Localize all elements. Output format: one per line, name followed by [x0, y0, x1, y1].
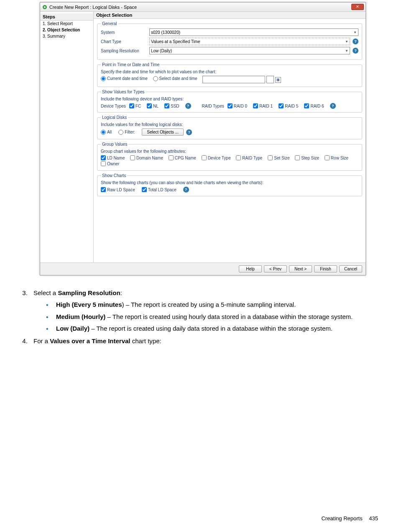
close-icon[interactable]: ✕ — [351, 4, 364, 10]
document-text: Select a Sampling Resolution: High (Ever… — [21, 289, 376, 350]
help-icon[interactable]: ? — [183, 187, 189, 193]
content-area: General System s020 (1300020) ▼ Chart Ty… — [94, 19, 366, 262]
system-value: s020 (1300020) — [151, 30, 180, 35]
prev-button[interactable]: < Prev — [264, 265, 287, 272]
total-ld-checkbox[interactable]: Total LD Space — [142, 187, 176, 192]
chart-type-value: Values at a Specified Time — [151, 39, 200, 44]
page-number: 435 — [369, 515, 378, 522]
general-legend: General — [101, 21, 118, 26]
calendar-icon[interactable]: ▦ — [275, 77, 281, 83]
owner-checkbox[interactable]: Owner — [101, 161, 119, 166]
help-icon[interactable]: ? — [353, 39, 358, 44]
doc-step-3: Select a Sampling Resolution: High (Ever… — [29, 289, 376, 333]
gv-desc: Group chart values for the following att… — [101, 149, 358, 154]
help-icon[interactable]: ? — [186, 129, 192, 135]
gv-legend: Group Values — [101, 142, 128, 146]
setsize-checkbox[interactable]: Set Size — [268, 155, 289, 160]
steps-header: Steps — [40, 13, 93, 21]
raid-types-label: RAID Types — [202, 104, 224, 108]
cpg-checkbox[interactable]: CPG Name — [169, 155, 196, 160]
sampling-resolution-dropdown[interactable]: Low (Daily) ▼ — [149, 47, 350, 54]
domain-checkbox[interactable]: Domain Name — [130, 155, 163, 160]
ssd-checkbox[interactable]: SSD — [164, 103, 179, 108]
svg-point-1 — [44, 6, 46, 8]
app-icon — [42, 4, 48, 10]
raid0-checkbox[interactable]: RAID 0 — [228, 103, 247, 108]
help-icon[interactable]: ? — [185, 103, 191, 109]
wizard-dialog: Create New Report : Logical Disks - Spac… — [40, 2, 366, 275]
raid5-checkbox[interactable]: RAID 5 — [279, 103, 298, 108]
steps-sidebar: Steps 1. Select Report 2. Object Selecti… — [40, 12, 94, 262]
system-label: System — [101, 30, 147, 35]
next-button[interactable]: Next > — [289, 265, 312, 272]
step-1: 1. Select Report — [40, 21, 93, 27]
help-icon[interactable]: ? — [353, 48, 358, 54]
sampling-resolution-label: Sampling Resolution — [101, 49, 147, 53]
finish-button[interactable]: Finish — [314, 265, 337, 272]
point-in-time-group: Point in Time or Date and Time Specify t… — [97, 62, 362, 87]
help-icon[interactable]: ? — [330, 103, 336, 109]
step-3: 3. Summary — [40, 33, 93, 39]
doc-step-4: For a Values over a Time Interval chart … — [29, 337, 376, 345]
svt-legend: Show Values for Types — [101, 90, 146, 94]
date-input[interactable] — [202, 76, 265, 83]
step-2: 2. Object Selection — [40, 27, 93, 33]
raid1-checkbox[interactable]: RAID 1 — [253, 103, 273, 108]
devtype-checkbox[interactable]: Device Type — [202, 155, 231, 160]
doc-bullet-medium: Medium (Hourly) – The report is created … — [46, 313, 376, 321]
sc-legend: Show Charts — [101, 173, 127, 178]
ldname-checkbox[interactable]: LD Name — [101, 155, 125, 160]
chevron-down-icon: ▼ — [345, 49, 348, 53]
chevron-down-icon: ▼ — [345, 40, 348, 44]
select-objects-button[interactable]: Select Objects ... — [142, 129, 184, 136]
show-values-types-group: Show Values for Types Include the follow… — [97, 90, 362, 113]
show-charts-group: Show Charts Show the following charts (y… — [97, 173, 362, 196]
pit-legend: Point in Time or Date and Time — [101, 62, 161, 67]
ld-desc: Include values for the following logical… — [101, 122, 358, 127]
chart-type-dropdown[interactable]: Values at a Specified Time ▼ — [149, 38, 350, 45]
group-values-group: Group Values Group chart values for the … — [97, 142, 362, 171]
footer-label: Creating Reports — [321, 515, 362, 522]
svt-desc: Include the following device and RAID ty… — [101, 97, 358, 101]
current-date-radio[interactable]: Current date and time — [101, 76, 148, 81]
page-footer: Creating Reports 435 — [321, 515, 378, 522]
button-bar: Help < Prev Next > Finish Cancel — [40, 262, 366, 275]
logical-disks-group: Logical Disks Include values for the fol… — [97, 115, 362, 139]
select-date-radio[interactable]: Select date and time — [153, 76, 197, 81]
general-group: General System s020 (1300020) ▼ Chart Ty… — [97, 21, 362, 60]
window-title: Create New Report : Logical Disks - Spac… — [49, 5, 137, 10]
chart-type-label: Chart Type — [101, 39, 147, 44]
stepsize-checkbox[interactable]: Step Size — [295, 155, 319, 160]
filter-radio[interactable]: Filter: — [118, 130, 135, 135]
doc-bullet-high: High (Every 5 minutes) – The report is c… — [46, 301, 376, 309]
pit-desc: Specify the date and time for which to p… — [101, 69, 358, 74]
system-dropdown[interactable]: s020 (1300020) ▼ — [149, 28, 358, 36]
sc-desc: Show the following charts (you can also … — [101, 180, 358, 185]
chevron-down-icon: ▼ — [353, 31, 357, 34]
ld-legend: Logical Disks — [101, 115, 128, 120]
all-radio[interactable]: All — [101, 130, 112, 135]
date-spinner[interactable] — [266, 76, 274, 83]
help-button[interactable]: Help — [239, 265, 262, 272]
doc-bullet-low: Low (Daily) – The report is created usin… — [46, 324, 376, 333]
cancel-button[interactable]: Cancel — [339, 265, 362, 272]
fc-checkbox[interactable]: FC — [129, 103, 141, 108]
raid6-checkbox[interactable]: RAID 6 — [304, 103, 324, 108]
device-types-label: Device Types — [101, 104, 126, 108]
sampling-resolution-value: Low (Daily) — [151, 49, 172, 53]
raidtype-checkbox[interactable]: RAID Type — [236, 155, 262, 160]
nl-checkbox[interactable]: NL — [147, 103, 159, 108]
rowsize-checkbox[interactable]: Row Size — [325, 155, 348, 160]
raw-ld-checkbox[interactable]: Raw LD Space — [101, 187, 135, 192]
content-header: Object Selection — [94, 12, 366, 19]
titlebar[interactable]: Create New Report : Logical Disks - Spac… — [40, 3, 366, 12]
